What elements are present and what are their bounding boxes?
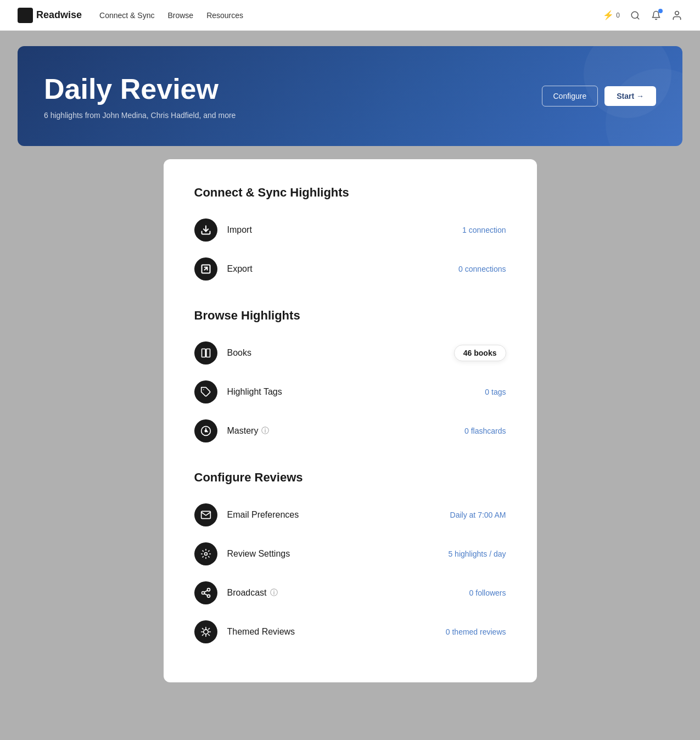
books-row[interactable]: Books 46 books [194, 334, 506, 373]
import-label: Import [227, 225, 463, 235]
books-label: Books [227, 348, 454, 358]
hero-text-block: Daily Review 6 highlights from John Medi… [44, 72, 236, 120]
user-action[interactable] [671, 10, 682, 21]
broadcast-value[interactable]: 0 followers [469, 588, 506, 597]
logo-icon [18, 8, 33, 23]
nav-actions: ⚡ 0 [603, 10, 682, 21]
review-settings-label: Review Settings [227, 549, 449, 559]
review-settings-icon [194, 542, 217, 565]
review-settings-row[interactable]: Review Settings 5 highlights / day [194, 535, 506, 574]
broadcast-label: Broadcast ⓘ [227, 588, 469, 598]
themed-reviews-row[interactable]: Themed Reviews 0 themed reviews [194, 613, 506, 652]
svg-line-15 [204, 590, 208, 592]
mastery-row[interactable]: Mastery ⓘ 0 flashcards [194, 412, 506, 451]
export-icon [194, 257, 217, 281]
nav-resources[interactable]: Resources [206, 11, 243, 20]
mastery-label: Mastery ⓘ [227, 426, 465, 436]
svg-line-1 [637, 17, 639, 19]
nav-links: Connect & Sync Browse Resources [99, 11, 603, 20]
themed-reviews-label: Themed Reviews [227, 627, 446, 637]
navbar: Readwise Connect & Sync Browse Resources… [0, 0, 700, 31]
configure-button[interactable]: Configure [542, 86, 598, 106]
themed-reviews-icon [194, 620, 217, 643]
mastery-icon [194, 419, 217, 442]
hero-title: Daily Review [44, 72, 236, 105]
email-preferences-label: Email Preferences [227, 510, 450, 520]
logo-text: Readwise [36, 9, 82, 21]
email-preferences-icon [194, 503, 217, 526]
themed-reviews-value[interactable]: 0 themed reviews [446, 627, 506, 636]
books-icon [194, 341, 217, 365]
books-value-badge[interactable]: 46 books [454, 345, 506, 361]
notifications-action[interactable] [651, 10, 662, 21]
nav-browse[interactable]: Browse [167, 11, 193, 20]
svg-point-2 [675, 11, 679, 15]
svg-line-14 [204, 593, 208, 595]
broadcast-row[interactable]: Broadcast ⓘ 0 followers [194, 574, 506, 613]
broadcast-icon [194, 581, 217, 604]
svg-point-16 [203, 630, 208, 634]
svg-point-10 [204, 553, 207, 556]
highlight-tags-icon [194, 380, 217, 403]
email-preferences-value[interactable]: Daily at 7:00 AM [450, 511, 506, 519]
lightning-icon: ⚡ [603, 10, 614, 21]
browse-section-title: Browse Highlights [194, 309, 506, 323]
lightning-action[interactable]: ⚡ 0 [603, 10, 620, 21]
svg-rect-5 [201, 349, 205, 357]
configure-section-title: Configure Reviews [194, 470, 506, 485]
start-button[interactable]: Start → [604, 86, 656, 106]
main-card: Connect & Sync Highlights Import 1 conne… [164, 159, 537, 682]
mastery-info-icon[interactable]: ⓘ [261, 426, 269, 436]
lightning-count: 0 [616, 12, 620, 19]
email-preferences-row[interactable]: Email Preferences Daily at 7:00 AM [194, 496, 506, 535]
search-icon [630, 10, 641, 21]
search-action[interactable] [630, 10, 641, 21]
export-value[interactable]: 0 connections [458, 265, 506, 273]
user-icon [671, 10, 682, 21]
connect-sync-section-title: Connect & Sync Highlights [194, 186, 506, 200]
mastery-value[interactable]: 0 flashcards [464, 427, 506, 435]
export-label: Export [227, 264, 459, 274]
daily-review-hero: Daily Review 6 highlights from John Medi… [18, 46, 682, 146]
import-row[interactable]: Import 1 connection [194, 211, 506, 250]
highlight-tags-label: Highlight Tags [227, 387, 485, 397]
nav-connect-sync[interactable]: Connect & Sync [99, 11, 154, 20]
highlight-tags-row[interactable]: Highlight Tags 0 tags [194, 373, 506, 412]
logo[interactable]: Readwise [18, 8, 82, 23]
import-icon [194, 218, 217, 242]
hero-actions: Configure Start → [542, 86, 657, 106]
highlight-tags-value[interactable]: 0 tags [485, 388, 506, 396]
svg-rect-6 [206, 349, 210, 357]
hero-subtitle: 6 highlights from John Medina, Chris Had… [44, 111, 236, 120]
notification-badge [658, 9, 663, 13]
export-row[interactable]: Export 0 connections [194, 250, 506, 289]
broadcast-info-icon[interactable]: ⓘ [270, 588, 278, 598]
svg-point-9 [204, 430, 207, 433]
import-value[interactable]: 1 connection [462, 226, 506, 234]
review-settings-value[interactable]: 5 highlights / day [448, 550, 506, 558]
